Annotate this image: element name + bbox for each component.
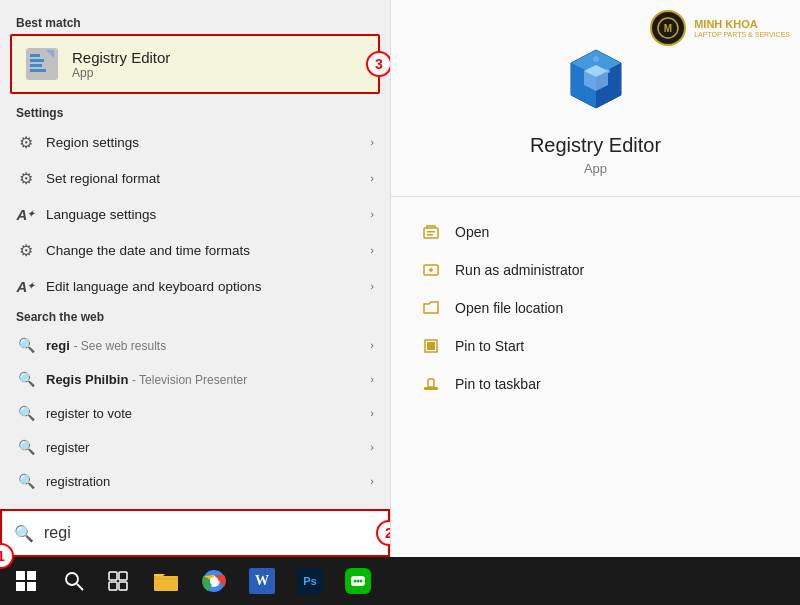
action-run-admin[interactable]: Run as administrator (391, 251, 800, 289)
right-panel-app-name: Registry Editor (530, 134, 661, 157)
run-admin-icon (421, 260, 441, 280)
svg-rect-17 (427, 231, 435, 233)
action-file-location[interactable]: Open file location (391, 289, 800, 327)
file-location-label: Open file location (455, 300, 563, 316)
taskbar-ps-icon[interactable]: Ps (288, 559, 332, 603)
chevron-right-icon-8: › (370, 407, 374, 419)
settings-datetime[interactable]: Change the date and time formats › (0, 232, 390, 268)
registry-icon-small (24, 46, 60, 82)
svg-point-43 (357, 580, 360, 583)
pin-taskbar-icon (421, 374, 441, 394)
svg-rect-37 (154, 576, 178, 591)
svg-rect-18 (427, 234, 433, 236)
search-web-label: Search the web (0, 304, 390, 328)
search-icon-4: 🔍 (16, 437, 36, 457)
settings-region-label: Region settings (46, 135, 360, 150)
action-pin-start[interactable]: Pin to Start (391, 327, 800, 365)
settings-label: Settings (0, 100, 390, 124)
open-icon (421, 222, 441, 242)
svg-point-31 (66, 573, 78, 585)
taskbar-app-icons: W Ps (140, 559, 380, 603)
best-match-item[interactable]: Registry Editor App 3 (10, 34, 380, 94)
start-menu: Best match Registry Editor App (0, 0, 390, 557)
settings-keyboard-label: Edit language and keyboard options (46, 279, 360, 294)
badge-3: 3 (366, 51, 390, 77)
svg-text:M: M (664, 23, 672, 34)
search-regis-label: Regis Philbin - Television Presenter (46, 372, 360, 387)
chevron-right-icon-10: › (370, 475, 374, 487)
svg-rect-1 (30, 54, 40, 57)
action-list: Open Run as administrator Open file (391, 197, 800, 419)
search-regi[interactable]: 🔍 regi - See web results › (0, 328, 390, 362)
search-register-vote[interactable]: 🔍 register to vote › (0, 396, 390, 430)
svg-rect-21 (427, 342, 431, 346)
right-panel: M MINH KHOA LAPTOP PARTS & SERVICES (390, 0, 800, 557)
svg-rect-16 (424, 228, 438, 238)
settings-regional-format-label: Set regional format (46, 171, 360, 186)
taskbar: W Ps (0, 557, 800, 605)
gear-icon-3 (16, 240, 36, 260)
settings-language[interactable]: A✦ Language settings › (0, 196, 390, 232)
svg-rect-27 (16, 571, 25, 580)
action-open[interactable]: Open (391, 213, 800, 251)
svg-rect-36 (119, 582, 127, 590)
settings-regional-format[interactable]: Set regional format › (0, 160, 390, 196)
taskbar-search-button[interactable] (52, 559, 96, 603)
desktop: Best match Registry Editor App (0, 0, 800, 605)
chevron-right-icon-6: › (370, 339, 374, 351)
run-admin-label: Run as administrator (455, 262, 584, 278)
settings-language-label: Language settings (46, 207, 360, 222)
taskbar-chrome-icon[interactable] (192, 559, 236, 603)
search-registration[interactable]: 🔍 registration › (0, 464, 390, 498)
chevron-right-icon-5: › (370, 280, 374, 292)
svg-rect-3 (30, 64, 42, 67)
svg-line-32 (77, 584, 83, 590)
search-bar[interactable]: 🔍 regi 2 1 (0, 509, 390, 557)
svg-rect-29 (16, 582, 25, 591)
taskbar-explorer-icon[interactable] (144, 559, 188, 603)
search-icon-3: 🔍 (16, 403, 36, 423)
svg-point-40 (210, 577, 218, 585)
search-register-label: register (46, 440, 360, 455)
pin-start-label: Pin to Start (455, 338, 524, 354)
svg-rect-33 (109, 572, 117, 580)
svg-point-14 (593, 56, 599, 62)
search-input[interactable]: regi (44, 524, 71, 542)
mkh-brand: MINH KHOA (694, 18, 790, 31)
settings-keyboard[interactable]: A✦ Edit language and keyboard options › (0, 268, 390, 304)
svg-rect-35 (109, 582, 117, 590)
svg-rect-4 (30, 69, 46, 72)
task-view-button[interactable] (96, 559, 140, 603)
gear-icon (16, 132, 36, 152)
right-panel-app-type: App (584, 161, 607, 176)
action-pin-taskbar[interactable]: Pin to taskbar (391, 365, 800, 403)
search-bar-icon: 🔍 (14, 524, 34, 543)
svg-rect-24 (431, 346, 435, 350)
mkh-subtext: LAPTOP PARTS & SERVICES (694, 31, 790, 38)
search-regis[interactable]: 🔍 Regis Philbin - Television Presenter › (0, 362, 390, 396)
svg-rect-26 (428, 379, 434, 387)
settings-region[interactable]: Region settings › (0, 124, 390, 160)
taskbar-word-icon[interactable]: W (240, 559, 284, 603)
svg-rect-2 (30, 59, 44, 62)
results-panel: Best match Registry Editor App (0, 0, 390, 509)
svg-rect-34 (119, 572, 127, 580)
best-match-title: Registry Editor (72, 49, 170, 66)
search-icon-2: 🔍 (16, 369, 36, 389)
registry-icon-large (556, 40, 636, 120)
gear-icon-2 (16, 168, 36, 188)
pin-start-icon (421, 336, 441, 356)
search-registration-label: registration (46, 474, 360, 489)
lang-icon-2: A✦ (16, 276, 36, 296)
search-register[interactable]: 🔍 register › (0, 430, 390, 464)
svg-point-42 (354, 580, 357, 583)
best-match-subtitle: App (72, 66, 170, 80)
mkh-circle: M (650, 10, 686, 46)
taskbar-line-icon[interactable] (336, 559, 380, 603)
minh-khoa-logo: M MINH KHOA LAPTOP PARTS & SERVICES (650, 10, 790, 46)
svg-point-44 (360, 580, 363, 583)
open-label: Open (455, 224, 489, 240)
best-match-label: Best match (0, 10, 390, 34)
chevron-right-icon: › (370, 136, 374, 148)
svg-rect-23 (427, 346, 431, 350)
